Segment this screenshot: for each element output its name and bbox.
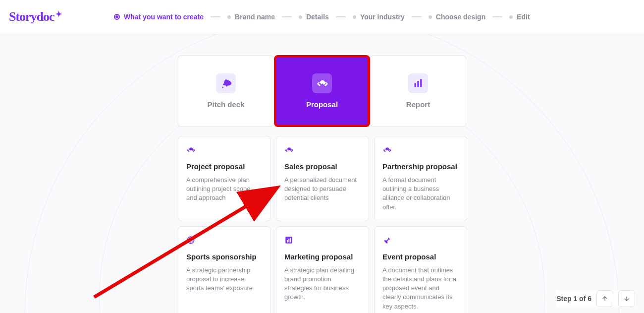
step-separator [412,16,422,17]
step-separator [282,16,292,17]
handshake-icon [382,145,391,154]
step-label: Edit [517,13,530,21]
tile-desc: A formal document outlining a business a… [382,176,459,212]
pin-icon [382,236,391,245]
step-dot-icon [227,15,231,19]
tile-desc: A strategic partnership proposal to incr… [186,266,263,293]
step-separator [492,16,502,17]
tile-desc: A strategic plan detailing brand promoti… [284,266,361,302]
handshake-icon [312,73,332,93]
step-what-create[interactable]: What you want to create [114,13,204,21]
step-your-industry[interactable]: Your industry [353,13,405,21]
prev-button[interactable] [596,290,613,307]
tile-sports-sponsorship[interactable]: Sports sponsorship A strategic partnersh… [178,226,271,313]
sparkle-icon: ✦ [55,9,61,19]
svg-rect-5 [287,240,288,243]
handshake-icon [284,145,293,154]
step-separator [211,16,220,17]
step-dot-icon [509,15,513,19]
mode-card-report[interactable]: Report [370,55,466,127]
step-dot-icon [114,14,120,20]
tile-title: Event proposal [382,252,459,261]
tile-desc: A document that outlines the details and… [382,266,459,311]
step-dot-icon [299,15,302,19]
bar-chart-icon [408,73,428,93]
mode-label: Pitch deck [207,100,244,109]
wizard-steps: What you want to create Brand name Detai… [114,13,530,21]
page: Pitch deck Proposal Report [0,34,644,313]
step-dot-icon [429,15,432,19]
tile-event-proposal[interactable]: Event proposal A document that outlines … [374,226,467,313]
logo-text: Storydoc [9,9,54,24]
tile-project-proposal[interactable]: Project proposal A comprehensive plan ou… [178,136,271,221]
tile-desc: A personalized document designed to pers… [284,176,361,203]
next-button[interactable] [618,290,635,307]
svg-rect-2 [420,79,422,87]
mode-label: Proposal [306,100,338,109]
step-brand-name[interactable]: Brand name [227,13,275,21]
main-content: Pitch deck Proposal Report [0,34,644,313]
mode-card-pitch-deck[interactable]: Pitch deck [178,55,274,127]
tile-title: Partnership proposal [382,162,459,171]
handshake-icon [186,145,195,154]
step-details[interactable]: Details [299,13,329,21]
bar-chart-icon [284,236,293,245]
footer: Step 1 of 6 [556,290,635,307]
step-label: Your industry [360,13,405,21]
step-edit[interactable]: Edit [509,13,530,21]
rocket-icon [216,73,236,93]
tile-title: Sales proposal [284,162,361,171]
svg-rect-6 [288,239,289,242]
step-indicator: Step 1 of 6 [556,295,591,303]
step-label: What you want to create [124,13,204,21]
basketball-icon [186,236,195,245]
tile-grid: Project proposal A comprehensive plan ou… [178,136,466,313]
step-label: Choose design [436,13,485,21]
logo[interactable]: Storydoc ✦ [9,9,61,24]
tile-title: Sports sponsorship [186,252,263,261]
mode-card-proposal[interactable]: Proposal [274,55,370,127]
tile-title: Marketing proposal [284,252,361,261]
svg-rect-0 [415,83,416,87]
step-choose-design[interactable]: Choose design [429,13,485,21]
tile-title: Project proposal [186,162,263,171]
tile-sales-proposal[interactable]: Sales proposal A personalized document d… [276,136,369,221]
step-dot-icon [353,15,356,19]
tile-desc: A comprehensive plan outlining project s… [186,176,263,203]
svg-rect-1 [417,81,419,87]
mode-row: Pitch deck Proposal Report [178,55,466,127]
svg-rect-7 [290,238,291,242]
step-label: Brand name [235,13,275,21]
step-separator [336,16,346,17]
step-label: Details [306,13,329,21]
tile-marketing-proposal[interactable]: Marketing proposal A strategic plan deta… [276,226,369,313]
mode-label: Report [406,100,430,109]
topbar: Storydoc ✦ What you want to create Brand… [0,0,644,34]
tile-partnership-proposal[interactable]: Partnership proposal A formal document o… [374,136,467,221]
